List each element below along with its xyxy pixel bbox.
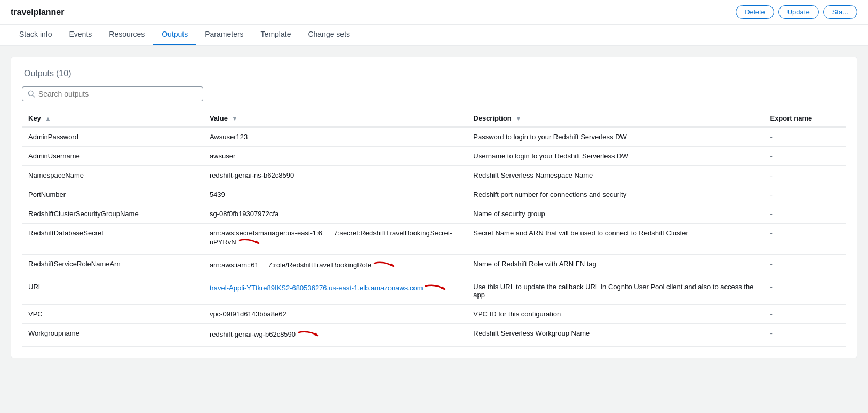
cell-description: VPC ID for this configuration <box>467 305 763 324</box>
cell-export-name: - <box>763 185 846 204</box>
cell-description: Redshift Serverless Workgroup Name <box>467 324 763 347</box>
content-area: Outputs(10) Key ▲ Value ▼ <box>0 46 868 369</box>
table-row: NamespaceNameredshift-genai-ns-b62c8590R… <box>22 166 846 185</box>
cell-value: travel-Appli-YTtkre89IKS2-680536276.us-e… <box>203 277 467 305</box>
cell-export-name: - <box>763 204 846 224</box>
cell-export-name: - <box>763 127 846 147</box>
cell-key: AdminPassword <box>22 127 203 147</box>
tab-outputs[interactable]: Outputs <box>153 25 196 45</box>
app-title: travelplanner <box>11 7 64 17</box>
cell-description: Redshift Serverless Namespace Name <box>467 166 763 185</box>
table-row: URLtravel-Appli-YTtkre89IKS2-680536276.u… <box>22 277 846 305</box>
table-row: RedshiftServiceRoleNameArnarn:aws:iam::6… <box>22 255 846 277</box>
cell-description: Secret Name and ARN that will be used to… <box>467 224 763 255</box>
cell-value: redshift-genai-wg-b62c8590 <box>203 324 467 347</box>
cell-export-name: - <box>763 255 846 277</box>
stack-button[interactable]: Sta... <box>823 5 857 19</box>
cell-value: arn:aws:iam::61 7:role/RedshiftTravelBoo… <box>203 255 467 277</box>
value-link[interactable]: travel-Appli-YTtkre89IKS2-680536276.us-e… <box>210 284 423 292</box>
table-row: Workgroupnameredshift-genai-wg-b62c8590 … <box>22 324 846 347</box>
cell-key: PortNumber <box>22 185 203 204</box>
tab-change-sets[interactable]: Change sets <box>299 25 359 45</box>
cell-key: AdminUsername <box>22 147 203 166</box>
search-input[interactable] <box>38 90 197 98</box>
table-row: AdminPasswordAwsuser123Password to login… <box>22 127 846 147</box>
cell-value: awsuser <box>203 147 467 166</box>
cell-export-name: - <box>763 147 846 166</box>
outputs-panel: Outputs(10) Key ▲ Value ▼ <box>11 57 857 358</box>
col-header-description: Description ▼ <box>467 110 763 127</box>
cell-description: Password to login to your Redshift Serve… <box>467 127 763 147</box>
cell-export-name: - <box>763 324 846 347</box>
red-arrow-annotation <box>371 261 399 269</box>
search-icon <box>28 90 35 98</box>
cell-description: Username to login to your Redshift Serve… <box>467 147 763 166</box>
table-row: RedshiftClusterSecurityGroupNamesg-08f0f… <box>22 204 846 224</box>
col-header-key: Key ▲ <box>22 110 203 127</box>
cell-description: Redshift port number for connections and… <box>467 185 763 204</box>
sort-desc-icon[interactable]: ▼ <box>515 115 521 122</box>
col-header-export-name: Export name <box>763 110 846 127</box>
col-header-value: Value ▼ <box>203 110 467 127</box>
cell-value: sg-08f0fb19307972cfa <box>203 204 467 224</box>
tab-template[interactable]: Template <box>252 25 300 45</box>
tabs-bar: Stack info Events Resources Outputs Para… <box>0 25 868 46</box>
top-actions: Delete Update Sta... <box>736 5 857 19</box>
top-bar: travelplanner Delete Update Sta... <box>0 0 868 25</box>
delete-button[interactable]: Delete <box>736 5 774 19</box>
table-row: AdminUsernameawsuserUsername to login to… <box>22 147 846 166</box>
search-box[interactable] <box>22 86 203 101</box>
cell-key: RedshiftClusterSecurityGroupName <box>22 204 203 224</box>
cell-key: NamespaceName <box>22 166 203 185</box>
tab-parameters[interactable]: Parameters <box>196 25 252 45</box>
cell-value: Awsuser123 <box>203 127 467 147</box>
cell-key: RedshiftDatabaseSecret <box>22 224 203 255</box>
cell-export-name: - <box>763 224 846 255</box>
cell-value: arn:aws:secretsmanager:us-east-1:6 7:sec… <box>203 224 467 255</box>
update-button[interactable]: Update <box>778 5 819 19</box>
cell-description: Name of Redshift Role with ARN FN tag <box>467 255 763 277</box>
outputs-table: Key ▲ Value ▼ Description ▼ Export name <box>22 110 846 347</box>
cell-key: Workgroupname <box>22 324 203 347</box>
sort-key-icon[interactable]: ▲ <box>45 115 51 122</box>
cell-value: 5439 <box>203 185 467 204</box>
cell-value: vpc-09f91d6143bba8e62 <box>203 305 467 324</box>
panel-title: Outputs(10) <box>22 68 846 79</box>
tab-stack-info[interactable]: Stack info <box>11 25 60 45</box>
red-arrow-annotation <box>236 238 264 246</box>
red-arrow-annotation <box>296 330 323 338</box>
cell-export-name: - <box>763 305 846 324</box>
cell-description: Use this URL to update the callback URL … <box>467 277 763 305</box>
cell-description: Name of security group <box>467 204 763 224</box>
cell-export-name: - <box>763 277 846 305</box>
table-row: VPCvpc-09f91d6143bba8e62VPC ID for this … <box>22 305 846 324</box>
red-arrow-annotation <box>423 284 450 292</box>
cell-key: URL <box>22 277 203 305</box>
sort-value-icon[interactable]: ▼ <box>232 115 237 122</box>
cell-key: RedshiftServiceRoleNameArn <box>22 255 203 277</box>
table-row: RedshiftDatabaseSecretarn:aws:secretsman… <box>22 224 846 255</box>
cell-key: VPC <box>22 305 203 324</box>
tab-events[interactable]: Events <box>60 25 100 45</box>
cell-value: redshift-genai-ns-b62c8590 <box>203 166 467 185</box>
svg-line-1 <box>33 95 35 97</box>
tab-resources[interactable]: Resources <box>100 25 153 45</box>
table-row: PortNumber5439Redshift port number for c… <box>22 185 846 204</box>
cell-export-name: - <box>763 166 846 185</box>
